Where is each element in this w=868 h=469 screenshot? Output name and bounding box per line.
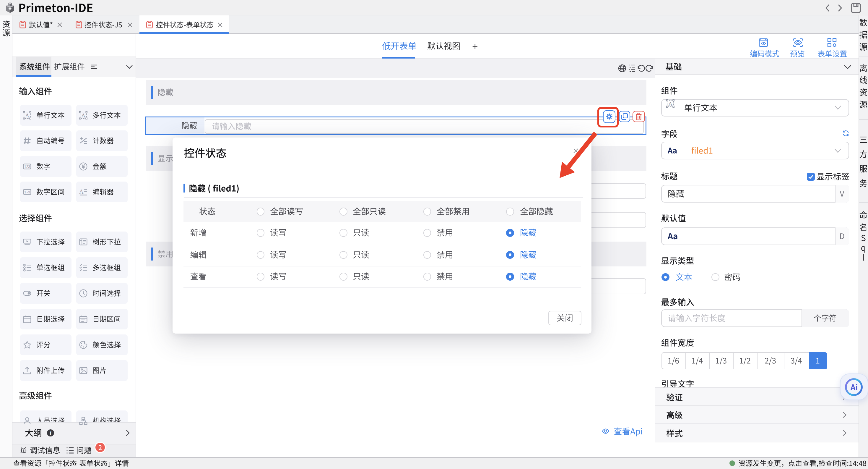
svg-text:i: i xyxy=(50,430,52,436)
svg-text:A: A xyxy=(81,112,85,119)
svg-text:A: A xyxy=(668,100,673,107)
svg-text:123: 123 xyxy=(24,165,30,169)
svg-text:A: A xyxy=(79,188,84,195)
svg-text:1~3: 1~3 xyxy=(25,190,30,194)
svg-text:A: A xyxy=(25,112,29,119)
